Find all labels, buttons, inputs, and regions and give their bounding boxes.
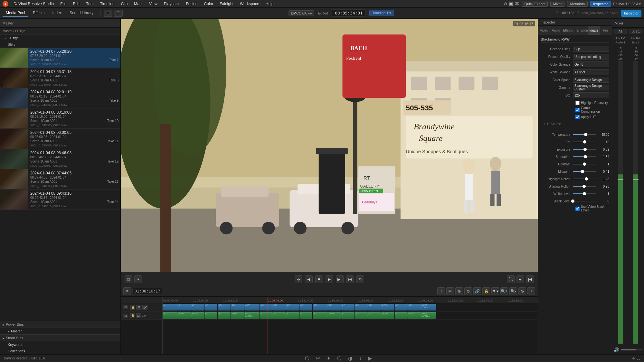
- audio-btn[interactable]: ⏭: [516, 275, 524, 283]
- highlight-rolloff-thumb[interactable]: [585, 177, 588, 181]
- tab-file[interactable]: File: [600, 26, 612, 35]
- a-clip-17[interactable]: AO10…: [381, 312, 394, 319]
- a-clip-11[interactable]: A…: [299, 312, 312, 319]
- a1-lock[interactable]: 🔒: [130, 313, 135, 318]
- apply-lut-checkbox[interactable]: [575, 115, 580, 119]
- shadow-rolloff-thumb[interactable]: [582, 185, 586, 188]
- menu-help[interactable]: Help: [264, 1, 275, 7]
- tab-image[interactable]: Image: [588, 26, 600, 35]
- v-clip-19[interactable]: AO…: [408, 304, 421, 311]
- deliver-page-icon[interactable]: ▶: [368, 355, 372, 361]
- menu-fairlight[interactable]: Fairlight: [218, 1, 235, 7]
- v-clip-2[interactable]: A…: [178, 304, 191, 311]
- a-clip-6[interactable]: A001…: [231, 312, 244, 319]
- tab-video[interactable]: Video: [538, 26, 550, 35]
- step-fwd-btn[interactable]: ▶|: [336, 275, 344, 283]
- fader-1-handle[interactable]: [618, 179, 623, 180]
- v-clip-15[interactable]: AO…: [355, 304, 368, 311]
- a1-track[interactable]: A… A001… A001… A… A… A001… A001…01040… A…: [163, 311, 538, 320]
- a-clip-13[interactable]: A001…: [328, 312, 341, 319]
- v-clip-11[interactable]: AO…: [299, 304, 312, 311]
- fullscreen-btn[interactable]: ⛶: [507, 275, 515, 283]
- highlight-recovery-checkbox[interactable]: [575, 101, 580, 105]
- v1-lock[interactable]: 🔒: [130, 305, 135, 310]
- clip-item-5[interactable]: 2024-01-04 08:06:00:05 08:06:00:05 2024-…: [0, 129, 120, 149]
- edit-page-icon[interactable]: ✦: [327, 355, 331, 361]
- expand-icon[interactable]: ⛶: [637, 357, 640, 360]
- step-back-btn[interactable]: ◀: [305, 275, 313, 283]
- next-clip-btn[interactable]: ⏭: [346, 275, 354, 283]
- collections-item[interactable]: Collections: [0, 348, 120, 354]
- view-grid-btn[interactable]: ⊞: [104, 10, 112, 17]
- a1-mute[interactable]: M: [136, 313, 141, 318]
- smart-bins-header[interactable]: Smart Bins: [0, 334, 120, 341]
- menu-fusion[interactable]: Fusion: [185, 1, 199, 7]
- timeline-name-badge[interactable]: Timeline 1 ▾: [369, 10, 394, 16]
- clip-item-6[interactable]: 2024-01-04 08:06:46:08 08:06:46:08 2024-…: [0, 149, 120, 169]
- menu-file[interactable]: File: [59, 1, 68, 7]
- v-clip-20[interactable]: A001…01051…: [421, 304, 436, 311]
- shadow-rolloff-slider[interactable]: [573, 186, 596, 187]
- tl-zoom-out[interactable]: 🔍-: [509, 287, 517, 295]
- metadata-btn[interactable]: Metadata: [567, 1, 588, 7]
- menu-edit[interactable]: Edit: [72, 1, 81, 7]
- a-clip-8[interactable]: A…: [260, 312, 273, 319]
- tint-thumb[interactable]: [583, 140, 586, 144]
- clip-item-2[interactable]: ♪ 2024-01-04 07:56:31:18 07:56:31:18 202…: [0, 68, 120, 88]
- a-clip-14[interactable]: A…: [341, 312, 355, 319]
- stills-item[interactable]: Stills: [0, 41, 120, 48]
- tint-slider[interactable]: [573, 142, 596, 142]
- tab-media-pool[interactable]: Media Pool: [3, 9, 28, 17]
- v1-link[interactable]: 🔗: [142, 305, 147, 310]
- v-clip-7[interactable]: A001…: [244, 304, 260, 311]
- white-level-thumb[interactable]: [583, 192, 586, 195]
- v-clip-4[interactable]: AO…: [204, 304, 217, 311]
- a-clip-9[interactable]: A…: [273, 312, 286, 319]
- inspector-top-btn[interactable]: Inspector: [590, 1, 611, 7]
- saturation-thumb[interactable]: [584, 155, 587, 158]
- tl-add-btn[interactable]: ＋: [527, 287, 535, 295]
- midpoint-thumb[interactable]: [581, 170, 584, 173]
- clip-item-1[interactable]: 2024-01-04 07:55:29:20 07:55:29:20 2024-…: [0, 48, 120, 68]
- v-clip-1[interactable]: A…: [163, 304, 178, 311]
- fader-2-track[interactable]: [633, 61, 638, 344]
- color-science-value[interactable]: Gen 5: [573, 61, 609, 67]
- mixer-btn[interactable]: Mixer: [550, 1, 565, 7]
- clip-item-3[interactable]: 2024-01-04 08:02:01:19 08:02:01:19 2024-…: [0, 88, 120, 108]
- clip-item-4[interactable]: 2024-01-04 08:03:19:00 08:03:19:00 2024-…: [0, 108, 120, 129]
- temperature-slider[interactable]: [573, 134, 596, 135]
- a-clip-4[interactable]: A…: [204, 312, 217, 319]
- a-clip-3[interactable]: A001…: [191, 312, 204, 319]
- v-clip-14[interactable]: AO…: [341, 304, 355, 311]
- exposure-slider[interactable]: [573, 149, 596, 150]
- a-clip-15[interactable]: A…: [355, 312, 368, 319]
- tl-tool-1[interactable]: ↑: [437, 287, 445, 295]
- highlight-rolloff-slider[interactable]: [573, 179, 596, 179]
- fairlight-page-icon[interactable]: ♪: [359, 356, 362, 361]
- menu-clip[interactable]: Clip: [120, 1, 129, 7]
- white-level-slider[interactable]: [573, 193, 596, 194]
- volume-icon[interactable]: 🔊: [613, 347, 619, 352]
- tab-audio[interactable]: Audio: [550, 26, 562, 35]
- midpoint-slider[interactable]: [573, 171, 596, 172]
- tl-tool-6[interactable]: 🔒: [482, 287, 490, 295]
- tab-index[interactable]: Index: [49, 9, 65, 17]
- v-clip-9[interactable]: AO…: [273, 304, 286, 311]
- tab-transition[interactable]: Transition: [574, 26, 588, 35]
- decode-quality-value[interactable]: Use project setting: [573, 54, 609, 60]
- tab-effects[interactable]: Effects: [30, 9, 48, 17]
- v-clip-8[interactable]: AO…: [260, 304, 273, 311]
- play-btn[interactable]: ▶: [326, 275, 333, 283]
- mark-in-btn[interactable]: |◀: [526, 275, 534, 283]
- menu-color[interactable]: Color: [203, 1, 215, 7]
- master-bin-item[interactable]: Master: [0, 328, 120, 334]
- v-clip-5[interactable]: AO…: [218, 304, 231, 311]
- keywords-item[interactable]: Keywords: [0, 341, 120, 348]
- quick-export-btn[interactable]: Quick Export: [522, 1, 548, 7]
- volume-slider-track[interactable]: [621, 349, 643, 350]
- v-clip-18[interactable]: AO…: [395, 304, 408, 311]
- a-clip-2[interactable]: A001…: [178, 312, 191, 319]
- gamma-value[interactable]: Blackmagic Design Custom: [573, 85, 609, 90]
- clip-item-7[interactable]: 2024-01-04 08:07:44:05 08:07:44:05 2024-…: [0, 169, 120, 190]
- tab-effects[interactable]: Effects: [562, 26, 574, 35]
